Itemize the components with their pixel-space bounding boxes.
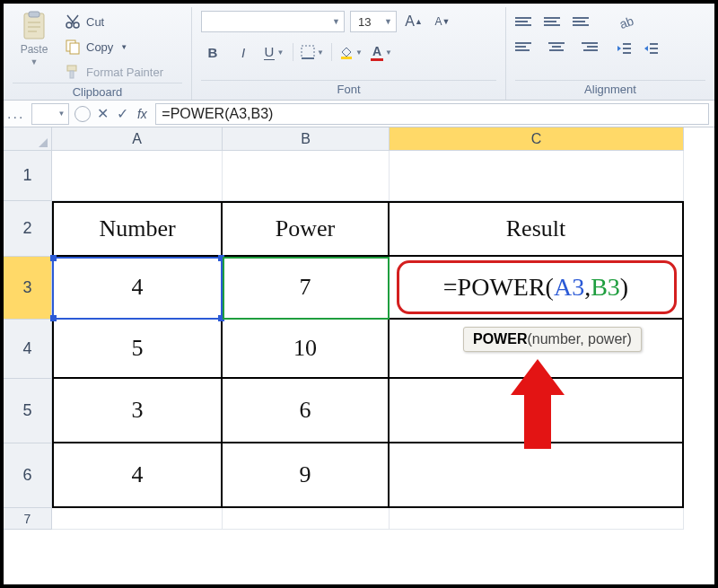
svg-rect-11 bbox=[302, 46, 314, 58]
cell-A3[interactable]: 4 bbox=[52, 257, 223, 320]
fill-color-button[interactable]: ▼ bbox=[339, 41, 363, 63]
orientation-icon: ab bbox=[617, 13, 635, 31]
row-header-5[interactable]: 5 bbox=[4, 379, 52, 443]
border-icon bbox=[301, 45, 315, 59]
cell-C3[interactable]: =POWER(A3,B3) bbox=[390, 257, 684, 320]
row-header-6[interactable]: 6 bbox=[4, 443, 52, 508]
row-header-3[interactable]: 3 bbox=[4, 257, 52, 320]
svg-rect-13 bbox=[341, 57, 352, 59]
cell-B6[interactable]: 9 bbox=[223, 443, 390, 508]
cell-A7[interactable] bbox=[52, 508, 223, 530]
cell-B5[interactable]: 6 bbox=[223, 379, 390, 443]
format-painter-label: Format Painter bbox=[86, 66, 163, 79]
copy-icon bbox=[65, 39, 81, 55]
cell-B2[interactable]: Power bbox=[223, 201, 390, 257]
tooltip-fn: POWER bbox=[473, 331, 527, 347]
formula-bar: ... ▼ ✕ ✓ fx =POWER(A3,B3) bbox=[4, 101, 714, 127]
align-center-button[interactable] bbox=[544, 36, 569, 57]
cancel-formula-button[interactable]: ✕ bbox=[92, 104, 112, 124]
border-button[interactable]: ▼ bbox=[301, 41, 324, 63]
cell-C2[interactable]: Result bbox=[390, 201, 684, 257]
column-header-A[interactable]: A bbox=[52, 127, 223, 151]
column-headers: A B C bbox=[4, 127, 714, 151]
cell-A2[interactable]: Number bbox=[52, 201, 223, 257]
svg-rect-3 bbox=[28, 26, 40, 28]
row-header-7[interactable]: 7 bbox=[4, 508, 52, 530]
paintbrush-icon bbox=[65, 64, 81, 80]
group-label-alignment: Alignment bbox=[515, 80, 705, 98]
callout-arrow-icon bbox=[511, 359, 565, 449]
cell-B7[interactable] bbox=[223, 508, 390, 530]
decrease-font-button[interactable]: A▼ bbox=[431, 11, 454, 32]
svg-rect-9 bbox=[67, 66, 76, 71]
cell-A1[interactable] bbox=[52, 151, 223, 201]
group-alignment: ab Alignment bbox=[506, 7, 714, 100]
copy-label: Copy bbox=[86, 40, 113, 54]
paste-label: Paste bbox=[21, 43, 48, 56]
row-header-1[interactable]: 1 bbox=[4, 151, 52, 201]
tooltip-sig: (number, power) bbox=[527, 331, 632, 347]
svg-rect-4 bbox=[28, 31, 37, 32]
group-clipboard: Paste ▼ Cut Copy ▼ Format Painter C bbox=[4, 7, 192, 100]
expand-button[interactable] bbox=[73, 104, 92, 124]
column-header-B[interactable]: B bbox=[223, 127, 390, 151]
increase-font-button[interactable]: A▲ bbox=[402, 11, 425, 32]
cell-C3-formula: =POWER(A3,B3) bbox=[443, 273, 628, 302]
font-color-button[interactable]: A▼ bbox=[370, 41, 393, 63]
italic-button[interactable]: I bbox=[232, 41, 255, 63]
formula-input[interactable]: =POWER(A3,B3) bbox=[155, 103, 709, 125]
paste-icon bbox=[19, 11, 49, 41]
row-header-4[interactable]: 4 bbox=[4, 320, 52, 379]
chevron-down-icon: ▼ bbox=[31, 57, 39, 66]
row-header-2[interactable]: 2 bbox=[4, 201, 52, 257]
cell-A6[interactable]: 4 bbox=[52, 443, 223, 508]
cell-B1[interactable] bbox=[223, 151, 390, 201]
align-top-button[interactable] bbox=[515, 11, 540, 32]
align-left-button[interactable] bbox=[515, 36, 540, 57]
enter-formula-button[interactable]: ✓ bbox=[112, 104, 132, 124]
align-middle-button[interactable] bbox=[544, 11, 569, 32]
worksheet: A B C 1 2 Number Power Result 3 4 7 =POW… bbox=[4, 127, 714, 530]
font-size-value: 13 bbox=[358, 15, 371, 29]
cell-C6[interactable] bbox=[390, 443, 684, 508]
underline-button[interactable]: U▼ bbox=[262, 41, 285, 63]
bucket-icon bbox=[339, 45, 354, 59]
decrease-indent-button[interactable] bbox=[612, 38, 635, 59]
ribbon: Paste ▼ Cut Copy ▼ Format Painter C bbox=[4, 4, 714, 101]
cell-C1[interactable] bbox=[390, 151, 684, 201]
align-right-button[interactable] bbox=[573, 36, 598, 57]
name-box-ellipsis: ... bbox=[4, 106, 28, 122]
orientation-button[interactable]: ab bbox=[612, 11, 641, 32]
decrease-indent-icon bbox=[616, 41, 632, 56]
select-all-corner[interactable] bbox=[4, 127, 52, 151]
cell-B3[interactable]: 7 bbox=[223, 257, 390, 320]
group-font: ▼ 13▼ A▲ A▼ B I U▼ ▼ ▼ A▼ bbox=[192, 7, 506, 100]
name-box[interactable]: ▼ bbox=[31, 103, 69, 125]
paste-button[interactable]: Paste ▼ bbox=[13, 11, 56, 66]
svg-rect-10 bbox=[70, 71, 74, 78]
bold-button[interactable]: B bbox=[201, 41, 224, 63]
group-label-clipboard: Clipboard bbox=[13, 83, 182, 101]
svg-rect-1 bbox=[29, 12, 39, 17]
copy-button[interactable]: Copy ▼ bbox=[65, 36, 163, 57]
chevron-down-icon: ▼ bbox=[54, 110, 68, 118]
cut-button[interactable]: Cut bbox=[65, 11, 163, 32]
cell-A5[interactable]: 3 bbox=[52, 379, 223, 443]
svg-text:ab: ab bbox=[617, 13, 635, 31]
cell-B4[interactable]: 10 bbox=[223, 320, 390, 379]
insert-function-button[interactable]: fx bbox=[132, 104, 152, 124]
scissors-icon bbox=[65, 13, 81, 30]
format-painter-button[interactable]: Format Painter bbox=[65, 61, 163, 83]
column-header-C[interactable]: C bbox=[390, 127, 684, 151]
group-label-font: Font bbox=[201, 80, 496, 98]
increase-indent-icon bbox=[643, 41, 659, 56]
align-bottom-button[interactable] bbox=[573, 11, 598, 32]
cell-C7[interactable] bbox=[390, 508, 684, 530]
increase-indent-button[interactable] bbox=[639, 38, 662, 59]
font-size-combo[interactable]: 13▼ bbox=[350, 11, 397, 32]
chevron-down-icon: ▼ bbox=[120, 43, 127, 51]
function-tooltip: POWER(number, power) bbox=[463, 327, 642, 352]
font-name-combo[interactable]: ▼ bbox=[201, 11, 345, 32]
cell-A4[interactable]: 5 bbox=[52, 320, 223, 379]
circle-icon bbox=[74, 106, 91, 122]
